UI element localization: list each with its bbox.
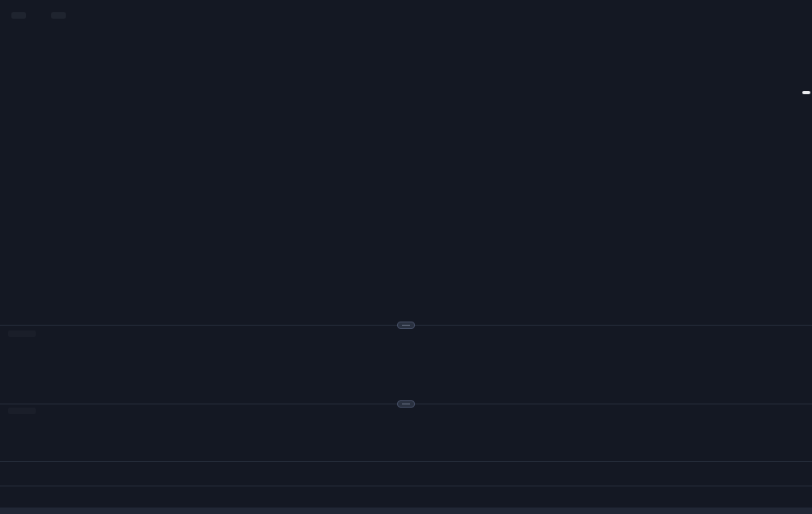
horizontal-scrollbar[interactable] (0, 508, 812, 514)
pane-resize-handle-rsi[interactable] (397, 400, 415, 408)
macd-indicator-chip[interactable] (8, 330, 36, 337)
pane-resize-handle-macd[interactable] (397, 322, 415, 329)
timeframe-button[interactable] (11, 12, 26, 19)
time-axis[interactable] (0, 461, 812, 486)
price-axis[interactable] (760, 0, 812, 323)
navigator-top-border (0, 486, 812, 486)
trading-chart-app: { "toolbar": { "timeframe_label": "Weekl… (0, 0, 812, 514)
rsi-indicator-chip[interactable] (8, 408, 36, 414)
chart-size-button[interactable] (51, 12, 66, 19)
chart-canvas[interactable] (0, 0, 812, 514)
